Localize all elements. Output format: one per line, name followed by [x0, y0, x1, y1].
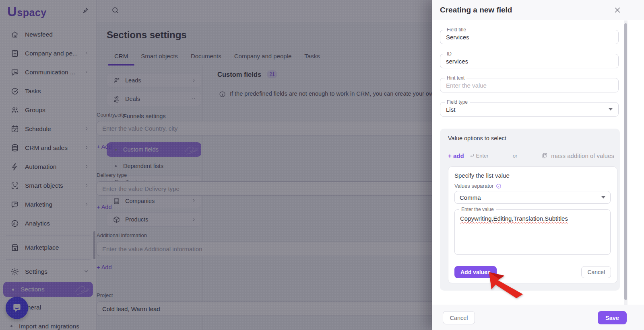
field-id-input[interactable]	[440, 54, 618, 68]
panel-header: Creating a new field	[432, 0, 644, 20]
app-root: Uspacy Newsfeed Company and pe... Commun…	[0, 0, 644, 330]
info-icon[interactable]	[496, 183, 502, 189]
list-values-textarea[interactable]: Copywriting,Editing,Translation,Subtitle…	[455, 210, 610, 254]
panel-footer: Cancel Save	[432, 305, 644, 330]
mass-addition-link[interactable]: mass addition of values	[541, 152, 614, 159]
field-title-label: Field title	[445, 27, 468, 33]
enter-hint: Enter	[469, 153, 489, 159]
card-title: Specify the list value	[454, 172, 510, 179]
creating-new-field-panel: Creating a new field Field title ID Hint…	[432, 0, 644, 330]
value-options-title: Value options to select	[448, 135, 506, 141]
enter-value-label: Enter the value	[459, 207, 496, 212]
panel-save-button[interactable]: Save	[598, 311, 627, 324]
hint-text-input[interactable]	[440, 78, 618, 92]
panel-scrollbar-thumb[interactable]	[624, 23, 627, 300]
chevron-down-icon	[609, 108, 613, 111]
add-option-link[interactable]: + add	[448, 152, 464, 159]
value-options-section: Value options to select + add Enter or m…	[440, 129, 620, 291]
close-icon[interactable]	[613, 6, 621, 14]
hint-text-field: Hint text	[440, 78, 619, 92]
cancel-values-button[interactable]: Cancel	[581, 266, 611, 278]
panel-title: Creating a new field	[440, 6, 512, 14]
panel-cancel-button[interactable]: Cancel	[443, 311, 475, 324]
hint-text-label: Hint text	[445, 75, 466, 81]
return-arrow-icon	[469, 153, 475, 158]
values-separator-label: Values separator	[454, 183, 502, 189]
field-id-field: ID	[440, 54, 619, 68]
values-separator-select[interactable]: Comma	[454, 191, 611, 204]
red-pointer-arrow	[486, 269, 528, 300]
field-id-label: ID	[445, 51, 454, 57]
specify-list-value-card: Specify the list value Values separator …	[448, 166, 617, 283]
mass-addition-icon	[541, 152, 548, 159]
field-type-label: Field type	[445, 99, 470, 105]
field-title-field: Field title	[440, 30, 619, 44]
list-values-field: Enter the value Copywriting,Editing,Tran…	[454, 209, 611, 255]
chevron-down-icon	[601, 196, 605, 199]
or-label: or	[513, 153, 518, 159]
field-type-field: Field type List	[440, 102, 619, 117]
